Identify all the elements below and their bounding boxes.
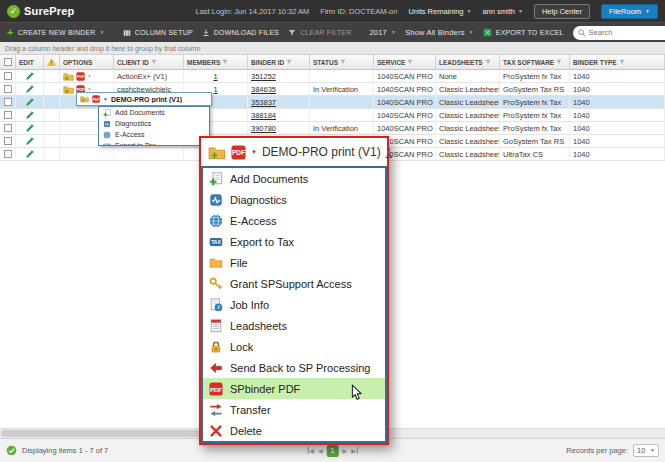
edit-pencil-icon[interactable]: [25, 84, 35, 94]
fileroom-button[interactable]: FileRoom ▼: [601, 4, 658, 19]
svg-text:PDF: PDF: [232, 149, 245, 156]
edit-pencil-icon[interactable]: [25, 97, 35, 107]
units-remaining-dropdown[interactable]: Units Remaining ▼: [408, 7, 471, 16]
binder-id-link[interactable]: 384635: [251, 85, 276, 94]
binder-filter-dropdown[interactable]: Show All Binders ▼: [405, 28, 474, 37]
menu-item-file[interactable]: File: [203, 252, 385, 273]
filter-funnel-icon[interactable]: [222, 59, 228, 65]
row-options-popup-header[interactable]: PDF ▼ DEMO-PRO print (V1): [76, 92, 212, 106]
download-files-button[interactable]: DOWNLOAD FILES: [202, 29, 279, 37]
user-menu-dropdown[interactable]: ann smith ▼: [482, 7, 522, 16]
menu-item-transfer[interactable]: Transfer: [203, 399, 385, 420]
send-back-icon: [209, 361, 223, 375]
records-per-page-select[interactable]: 10 ▼: [633, 444, 659, 457]
chevron-down-icon: ▼: [100, 30, 105, 35]
column-header-members[interactable]: MEMBERS: [184, 55, 248, 69]
menu-item-e-access[interactable]: E-Access: [203, 210, 385, 231]
export-to-tax-icon: TAX: [103, 142, 111, 147]
menu-item-export-to-tax[interactable]: TAX Export to Tax: [99, 140, 209, 146]
row-checkbox[interactable]: [4, 137, 12, 145]
column-header-leadsheets[interactable]: LEADSHEETS: [436, 55, 500, 69]
pdf-icon[interactable]: PDF: [231, 145, 246, 160]
current-page-button[interactable]: 1: [327, 445, 339, 457]
menu-item-leadsheets[interactable]: Leadsheets: [203, 315, 385, 336]
binder-type-cell: 1040: [570, 122, 665, 134]
first-page-button[interactable]: ◀: [307, 447, 314, 454]
binder-id-link[interactable]: 351252: [251, 72, 276, 81]
edit-pencil-icon[interactable]: [25, 110, 35, 120]
menu-item-e-access[interactable]: E-Access: [99, 129, 209, 140]
folder-add-icon[interactable]: [208, 145, 226, 160]
menu-item-spbinder-pdf[interactable]: PDF SPbinder PDF: [203, 378, 385, 399]
column-header-edit[interactable]: EDIT: [16, 55, 44, 69]
row-checkbox[interactable]: [4, 150, 12, 158]
column-header-warning[interactable]: [44, 55, 60, 69]
menu-item-send-back-to-sp-processing[interactable]: Send Back to SP Processing: [203, 357, 385, 378]
filter-funnel-icon[interactable]: [407, 59, 413, 65]
row-checkbox[interactable]: [4, 124, 12, 132]
filter-funnel-icon[interactable]: [340, 59, 346, 65]
row-checkbox[interactable]: [4, 111, 12, 119]
clear-filter-button[interactable]: CLEAR FILTER: [288, 29, 351, 37]
filter-funnel-icon[interactable]: [556, 59, 562, 65]
next-page-button[interactable]: ▶: [343, 447, 348, 454]
menu-item-lock[interactable]: Lock: [203, 336, 385, 357]
svg-text:PDF: PDF: [93, 98, 101, 102]
binder-id-link[interactable]: 390780: [251, 124, 276, 133]
row-options-cluster[interactable]: PDF▼: [63, 72, 92, 81]
create-new-binder-button[interactable]: + CREATE NEW BINDER ▼: [7, 27, 105, 38]
table-row[interactable]: PDF▼ ActionEx+ (V1) 1 351252 1040SCAN PR…: [0, 70, 665, 83]
edit-pencil-icon[interactable]: [25, 149, 35, 159]
column-header-tax-software[interactable]: TAX SOFTWARE: [500, 55, 570, 69]
select-all-checkbox[interactable]: [4, 58, 12, 66]
edit-pencil-icon[interactable]: [25, 123, 35, 133]
tax-software-cell: UltraTax CS: [500, 148, 570, 160]
export-to-excel-button[interactable]: EXPORT TO EXCEL: [483, 28, 564, 37]
row-checkbox[interactable]: [4, 98, 12, 106]
columns-icon: [123, 29, 131, 37]
mouse-cursor-icon: [351, 384, 362, 401]
search-input[interactable]: [589, 28, 665, 37]
help-center-button[interactable]: Help Center: [534, 4, 590, 19]
prev-page-button[interactable]: ◀: [318, 447, 323, 454]
filter-funnel-icon[interactable]: [151, 59, 157, 65]
chevron-down-icon[interactable]: ▼: [251, 149, 257, 155]
filter-funnel-icon[interactable]: [286, 59, 292, 65]
menu-item-diagnostics[interactable]: Diagnostics: [99, 118, 209, 129]
filter-funnel-icon[interactable]: [619, 59, 625, 65]
binder-id-link[interactable]: 353837: [251, 98, 276, 107]
status-cell: In Verification: [310, 83, 374, 95]
column-header-service[interactable]: SERVICE: [374, 55, 436, 69]
menu-item-add-documents[interactable]: Add Documents: [203, 168, 385, 189]
menu-item-add-documents[interactable]: Add Documents: [99, 107, 209, 118]
search-box[interactable]: [573, 26, 665, 40]
last-page-button[interactable]: ▶: [351, 447, 358, 454]
column-header-options[interactable]: OPTIONS: [60, 55, 114, 69]
select-all-header[interactable]: [0, 55, 16, 69]
leadsheets-cell: Classic Leadsheets: [436, 109, 500, 121]
edit-pencil-icon[interactable]: [25, 136, 35, 146]
plus-icon: +: [7, 27, 14, 38]
year-dropdown[interactable]: 2017 ▼: [369, 28, 396, 37]
menu-item-grant-spsupport-access[interactable]: Grant SPSupport Access: [203, 273, 385, 294]
menu-item-diagnostics[interactable]: Diagnostics: [203, 189, 385, 210]
members-link[interactable]: 1: [213, 72, 217, 81]
edit-pencil-icon[interactable]: [25, 71, 35, 81]
binder-id-link[interactable]: 388184: [251, 111, 276, 120]
members-count-link[interactable]: 1: [386, 146, 392, 158]
members-link[interactable]: 1: [213, 85, 217, 94]
column-header-binder-id[interactable]: BINDER ID: [248, 55, 310, 69]
row-checkbox[interactable]: [4, 85, 12, 93]
row-checkbox[interactable]: [4, 72, 12, 80]
e-access-globe-icon: [209, 214, 223, 228]
svg-text:TAX: TAX: [211, 239, 221, 245]
menu-item-export-to-tax[interactable]: TAX Export to Tax: [203, 231, 385, 252]
menu-item-job-info[interactable]: i Job Info: [203, 294, 385, 315]
menu-item-delete[interactable]: Delete: [203, 420, 385, 441]
filter-funnel-icon[interactable]: [485, 59, 491, 65]
column-header-status[interactable]: STATUS: [310, 55, 374, 69]
column-header-binder-type[interactable]: BINDER TYPE: [570, 55, 665, 69]
column-setup-button[interactable]: COLUMN SETUP: [123, 29, 193, 37]
folder-add-icon: [80, 95, 89, 103]
column-header-client-id[interactable]: CLIENT ID: [114, 55, 184, 69]
